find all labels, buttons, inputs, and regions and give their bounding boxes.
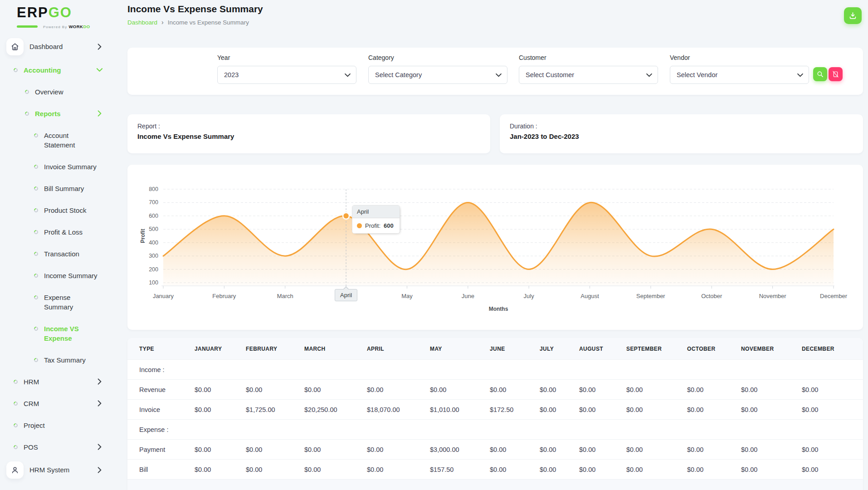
sidebar-item-bill-summary[interactable]: Bill Summary: [0, 177, 112, 199]
table-cell: [579, 420, 626, 440]
svg-text:300: 300: [149, 253, 158, 259]
table-cell: $0.00: [802, 460, 863, 480]
table-cell: [304, 360, 367, 380]
table-cell: [626, 420, 687, 440]
svg-text:May: May: [401, 293, 413, 299]
table-cell: [741, 420, 802, 440]
sidebar-item-product-stock[interactable]: Product Stock: [0, 199, 112, 221]
customer-select[interactable]: Select Customer: [519, 66, 658, 84]
sidebar-item-profit-loss[interactable]: Profit & Loss: [0, 221, 112, 243]
svg-text:800: 800: [149, 186, 158, 192]
table-row-partial: [127, 480, 863, 490]
sidebar-item-invoice-summary[interactable]: Invoice Summary: [0, 156, 112, 177]
table-cell: $0.00: [195, 460, 246, 480]
table-cell: [626, 360, 687, 380]
duration-value: Jan-2023 to Dec-2023: [510, 132, 853, 140]
table-cell: $3,000.00: [430, 440, 490, 460]
table-cell: [430, 420, 490, 440]
sidebar-item-label: Accounting: [24, 65, 61, 75]
sidebar-item-pos[interactable]: POS: [0, 436, 112, 458]
table-cell: $0.00: [626, 380, 687, 400]
table-cell: [246, 360, 304, 380]
table-cell: $0.00: [802, 440, 863, 460]
table-cell: $0.00: [802, 380, 863, 400]
chevron-down-icon: [345, 72, 351, 79]
sidebar-item-dashboard[interactable]: Dashboard: [0, 34, 112, 59]
category-select[interactable]: Select Category: [368, 66, 507, 84]
reset-filter-button[interactable]: [829, 67, 843, 81]
reset-filter-icon: [832, 71, 839, 78]
sidebar-item-crm[interactable]: CRM: [0, 392, 112, 414]
table-cell: [195, 360, 246, 380]
table-cell: $0.00: [741, 400, 802, 420]
sidebar-item-label: CRM: [24, 399, 39, 408]
sidebar-item-tax-summary[interactable]: Tax Summary: [0, 349, 112, 371]
svg-text:400: 400: [149, 240, 158, 246]
table-cell: $0.00: [490, 380, 540, 400]
sidebar-item-label: Bill Summary: [44, 184, 84, 193]
sidebar-item-hrm-system[interactable]: HRM System: [0, 458, 112, 482]
table-cell: [802, 420, 863, 440]
donut-icon: [24, 89, 30, 95]
column-header: DECEMBER: [802, 338, 863, 360]
chevron-right-icon: [98, 44, 102, 50]
table-cell: $0.00: [540, 440, 579, 460]
sidebar-item-income-summary[interactable]: Income Summary: [0, 265, 112, 286]
table-cell: [367, 360, 430, 380]
sidebar-item-label: Overview: [35, 87, 63, 97]
column-header: JANUARY: [195, 338, 246, 360]
table-cell: $0.00: [626, 400, 687, 420]
erpgo-logo[interactable]: ERPGO Powered By WORKDO: [17, 5, 90, 29]
column-header: MAY: [430, 338, 490, 360]
donut-icon: [33, 164, 39, 170]
year-select[interactable]: 2023: [217, 66, 356, 84]
report-label: Report :: [137, 122, 480, 130]
table-cell: $0.00: [195, 380, 246, 400]
table-cell: $0.00: [490, 460, 540, 480]
sidebar-item-project[interactable]: Project: [0, 414, 112, 436]
sidebar-item-overview[interactable]: Overview: [0, 81, 112, 103]
chevron-right-icon: [98, 400, 102, 407]
svg-text:October: October: [701, 293, 722, 299]
sidebar-item-label: Invoice Summary: [44, 162, 97, 172]
download-button[interactable]: [844, 7, 862, 24]
svg-text:Profit: Profit: [140, 229, 146, 243]
table-row: Payment$0.00$0.00$0.00$0.00$3,000.00$0.0…: [127, 440, 863, 460]
customer-select-value: Select Customer: [526, 71, 574, 78]
sidebar-item-transaction[interactable]: Transaction: [0, 243, 112, 265]
column-header: JUNE: [490, 338, 540, 360]
sidebar-item-reports[interactable]: Reports: [0, 103, 112, 124]
table-cell: $1,725.00: [246, 400, 304, 420]
svg-text:Months: Months: [489, 306, 508, 312]
column-header: MARCH: [304, 338, 367, 360]
svg-text:December: December: [820, 293, 848, 299]
breadcrumb-dashboard-link[interactable]: Dashboard: [127, 19, 157, 26]
table-cell: $0.00: [540, 400, 579, 420]
svg-text:500: 500: [149, 226, 158, 232]
sidebar-item-hrm[interactable]: HRM: [0, 371, 112, 392]
profit-area-chart[interactable]: 100200300400500600700800JanuaryFebruaryM…: [127, 165, 863, 330]
table-row: Bill$0.00$0.00$0.00$0.00$157.50$0.00$0.0…: [127, 460, 863, 480]
xaxis-tooltip: April: [335, 289, 357, 301]
vendor-select[interactable]: Select Vendor: [670, 66, 809, 84]
donut-icon: [33, 326, 39, 332]
table-cell: [540, 420, 579, 440]
svg-text:November: November: [759, 293, 787, 299]
svg-text:August: August: [580, 293, 599, 299]
apply-filter-button[interactable]: [813, 67, 827, 81]
sidebar-item-label: HRM: [24, 377, 39, 387]
sidebar-item-accounting[interactable]: Accounting: [0, 59, 112, 81]
donut-icon: [33, 132, 39, 138]
sidebar-item-income-vs-expense[interactable]: Income VS Expense: [0, 318, 112, 349]
sidebar-item-label: Tax Summary: [44, 355, 86, 365]
sidebar-item-label: Transaction: [44, 249, 79, 259]
table-cell: $157.50: [430, 460, 490, 480]
chevron-right-icon: [98, 110, 102, 117]
table-cell: $0.00: [195, 400, 246, 420]
sidebar-item-label: Account Statement: [44, 131, 75, 150]
duration-card: Duration : Jan-2023 to Dec-2023: [500, 114, 863, 153]
breadcrumb: Dashboard › Income vs Expense Summary: [127, 19, 249, 26]
column-header: NOVEMBER: [741, 338, 802, 360]
sidebar-item-account-statement[interactable]: Account Statement: [0, 124, 112, 156]
sidebar-item-expense-summary[interactable]: Expense Summary: [0, 286, 112, 318]
